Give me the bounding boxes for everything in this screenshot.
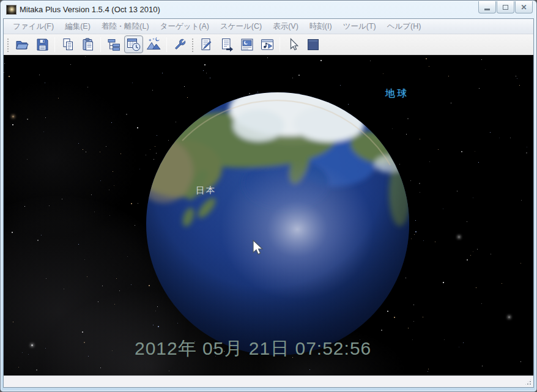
minimize-button[interactable] [478,1,496,13]
star [413,321,414,322]
earth-globe[interactable] [146,92,410,356]
close-button[interactable]: ✕ [515,1,533,13]
star [113,171,113,172]
folder-open-icon [15,37,29,52]
star [448,76,449,76]
maximize-icon [503,5,508,10]
star [4,72,4,73]
star [444,339,445,340]
star [45,117,46,118]
earth-label: 地球 [385,87,409,100]
star [298,75,300,76]
star [467,221,467,222]
menu-view[interactable]: 表示(V) [267,19,304,34]
star [438,149,439,150]
star [28,354,29,355]
star [491,254,491,254]
star [106,146,106,147]
resize-grip-icon[interactable] [524,378,532,386]
star [411,239,412,239]
star [131,284,131,285]
star [459,347,459,347]
object-tree-button[interactable] [104,35,123,53]
movie-button[interactable] [257,35,276,53]
settings-button[interactable] [170,35,189,53]
star [473,251,473,252]
toolbar-grip[interactable] [191,37,194,52]
menu-help[interactable]: ヘルプ(H) [382,19,427,34]
menu-tools[interactable]: ツール(T) [338,19,382,34]
maximize-button[interactable] [497,1,514,13]
client-area: ファイル(F) 編集(E) 着陸・離陸(L) ターゲット(A) スケール(C) … [3,18,534,388]
star [131,203,132,204]
open-button[interactable] [12,35,31,53]
star [320,60,322,61]
navy-square-icon [306,37,320,52]
menu-edit[interactable]: 編集(E) [59,19,96,34]
star [126,114,127,115]
star [46,278,46,279]
star [204,64,206,65]
star [428,371,428,372]
window-controls: ✕ [478,1,533,13]
select-pointer-button[interactable] [283,35,302,53]
minimize-icon [484,9,490,10]
menu-target[interactable]: ターゲット(A) [155,19,215,34]
star [415,231,417,232]
star [203,70,204,71]
landscape-button[interactable] [144,35,163,53]
media-window-icon [260,37,275,52]
star [102,286,103,286]
star [36,369,37,371]
star [135,225,135,226]
menu-time[interactable]: 時刻(I) [304,19,338,34]
star [31,344,33,346]
star [521,200,522,201]
status-bar [4,375,533,387]
star [420,192,420,193]
star [475,151,475,152]
star [485,69,486,70]
save-button[interactable] [32,35,51,53]
toolbar-grip[interactable] [6,37,9,52]
star [62,199,62,199]
star [127,256,128,257]
star [419,183,420,184]
star [58,98,59,98]
star [152,90,153,91]
paste-button[interactable] [78,35,97,53]
copy-button[interactable] [58,35,77,53]
window-title: Mitaka Plus Version 1.5.4 (Oct 13 2010) [20,5,478,14]
menu-land-takeoff[interactable]: 着陸・離陸(L) [96,19,155,34]
star [473,198,473,198]
menu-file[interactable]: ファイル(F) [7,19,59,34]
mouse-cursor-icon [252,240,265,258]
star [451,103,451,103]
star [457,191,457,191]
star [482,366,483,366]
star [429,66,429,67]
star [91,194,92,195]
paste-icon [81,37,95,52]
star [45,348,46,349]
japan-label: 日本 [196,185,216,196]
star [100,180,101,181]
export-document-button[interactable] [217,35,236,53]
star [37,240,39,241]
star [116,278,117,279]
space-viewport[interactable]: 地球 日本 2012年 05月 21日 07:52:56 [4,55,533,375]
edit-script-button[interactable] [197,35,216,53]
app-window: Mitaka Plus Version 1.5.4 (Oct 13 2010) … [0,0,537,392]
menu-scale[interactable]: スケール(C) [215,19,267,34]
star [412,339,413,340]
star [206,73,207,73]
star [41,235,42,235]
star [479,88,480,89]
color-square-button[interactable] [303,35,322,53]
toolbar-separator [54,37,55,52]
capture-image-button[interactable] [237,35,256,53]
star [119,290,120,291]
star [137,127,138,128]
date-time-button[interactable] [124,35,143,53]
star [490,132,491,133]
